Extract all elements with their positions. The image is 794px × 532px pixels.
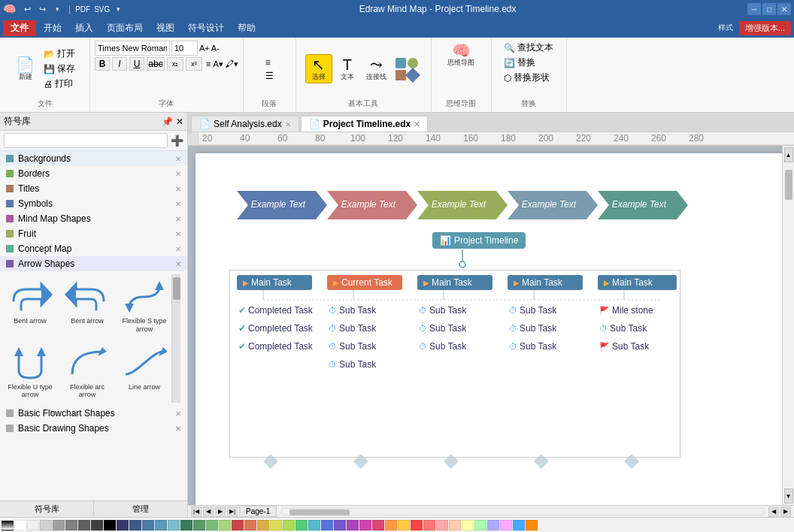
help-menu[interactable]: 帮助 [232,20,262,36]
font-name-input[interactable] [95,41,170,56]
bent-arrow-right-item[interactable]: Bent arrow [3,274,57,337]
tab-self-analysis-close[interactable]: ✕ [285,120,291,128]
undo-button[interactable]: ↩ [20,2,34,16]
nav-last-button[interactable]: ▶| [227,506,238,517]
backgrounds-close-icon[interactable]: ✕ [175,155,181,163]
nav-next-button[interactable]: ▶ [215,506,226,517]
color-peach[interactable] [449,520,461,530]
vertical-scrollbar[interactable]: ▲ ▼ [782,146,794,505]
bold-button[interactable]: B [95,57,110,71]
concept-map-close-icon[interactable]: ✕ [175,245,181,253]
layout-menu[interactable]: 页面布局 [101,20,149,36]
color-yellow2[interactable] [283,520,295,530]
u-arrow-item[interactable]: Flexible U type arrow [3,340,57,404]
align-button[interactable]: ≡ [262,56,277,68]
print-button[interactable]: 🖨打印 [41,77,78,91]
color-green2[interactable] [193,520,205,530]
strikethrough-button[interactable]: abc [147,57,165,71]
text-color-button[interactable]: A▾ [213,59,223,69]
subtask-4-1[interactable]: ⏱ Sub Task [508,304,583,317]
vscroll-thumb[interactable] [785,170,792,200]
page-1-tab[interactable]: Page-1 [239,506,277,517]
tab-project-timeline-close[interactable]: ✕ [414,120,420,128]
color-lightpink[interactable] [500,520,512,530]
symbol-design-menu[interactable]: 符号设计 [182,20,230,36]
canvas[interactable]: Example Text Example Text [188,146,782,505]
italic-button[interactable]: I [112,57,127,71]
flowchart-shapes-category[interactable]: Basic Flowchart Shapes ✕ [0,406,187,421]
current-task[interactable]: ▶ Current Task [327,275,402,290]
color-lightgray[interactable] [27,520,39,530]
color-gray2[interactable] [53,520,65,530]
chevron-3[interactable]: Example Text [417,191,508,219]
subtask-1-1[interactable]: ✔ Completed Task [237,304,314,317]
hscroll-track[interactable] [281,508,764,515]
new-button[interactable]: 📄 新建 [12,55,39,83]
subtask-3-3[interactable]: ⏱ Sub Task [417,340,492,353]
color-red4[interactable] [436,520,448,530]
color-lightblue[interactable] [487,520,499,530]
mindmap-shapes-close-icon[interactable]: ✕ [175,215,181,223]
arrow-shapes-close-icon[interactable]: ✕ [175,260,181,268]
font-size-input[interactable] [171,41,198,56]
tab-self-analysis[interactable]: 📄 Self Analysis.edx ✕ [191,116,299,131]
color-skyblue[interactable] [513,520,525,530]
color-gray3[interactable] [65,520,77,530]
underline-button[interactable]: U [129,57,144,71]
titles-close-icon[interactable]: ✕ [175,185,181,193]
tab-project-timeline[interactable]: 📄 Project Timeline.edx ✕ [301,116,429,131]
color-darkgray[interactable] [91,520,103,530]
shapes-scrollbar[interactable] [171,274,180,403]
open-button[interactable]: 📂打开 [41,47,78,61]
color-teal1[interactable] [295,520,308,530]
color-pink2[interactable] [372,520,384,530]
drawing-shapes-close-icon[interactable]: ✕ [175,425,181,433]
replace-shape-button[interactable]: ⬡替换形状 [501,71,556,85]
color-green1[interactable] [180,520,192,530]
replace-text-button[interactable]: 🔄替换 [501,56,556,70]
milestone-item[interactable]: 🚩 Mile stone [598,304,677,317]
main-task-5[interactable]: ▶ Main Task [598,275,677,290]
color-blue1[interactable] [129,520,141,530]
chevron-5[interactable]: Example Text [598,191,688,219]
color-teal2[interactable] [308,520,320,530]
flowchart-shapes-close-icon[interactable]: ✕ [175,410,181,418]
add-shapes-button[interactable]: ➕ [171,135,183,147]
mindmap-shapes-category[interactable]: Mind Map Shapes ✕ [0,211,187,226]
find-text-button[interactable]: 🔍查找文本 [501,41,556,55]
view-menu[interactable]: 视图 [150,20,180,36]
color-orange2[interactable] [257,520,269,530]
subtask-2-2[interactable]: ⏱ Sub Task [327,322,402,335]
subtask-2-3[interactable]: ⏱ Sub Task [327,340,402,353]
hscroll-right-button[interactable]: ▶ [780,506,791,517]
save-button[interactable]: 💾保存 [41,62,78,76]
chevron-4[interactable]: Example Text [508,191,598,219]
more-qa[interactable]: ▾ [111,2,125,16]
text-button[interactable]: T 文本 [334,55,361,83]
subtask-4-3[interactable]: ⏱ Sub Task [508,340,583,353]
subtask-2-1[interactable]: ⏱ Sub Task [327,304,402,317]
nav-first-button[interactable]: |◀ [191,506,202,517]
shapes-scrollbar-thumb[interactable] [173,277,180,300]
s-arrow-item[interactable]: Flexible S type arrow [117,274,171,337]
shape-buttons[interactable] [392,56,422,83]
color-purple1[interactable] [334,520,346,530]
subtask-1-2[interactable]: ✔ Completed Task [237,322,314,335]
arc-arrow-item[interactable]: Flexible arc arrow [60,340,114,404]
color-pink1[interactable] [359,520,371,530]
list-button[interactable]: ☰ [262,70,277,82]
titles-category[interactable]: Titles ✕ [0,181,187,196]
color-black[interactable] [104,520,116,530]
color-green3[interactable] [206,520,218,530]
color-blue4[interactable] [168,520,180,530]
subtask-3-1[interactable]: ⏱ Sub Task [417,304,492,317]
borders-category[interactable]: Borders ✕ [0,166,187,181]
close-lib-button[interactable]: ✕ [176,116,183,127]
subtask-4-2[interactable]: ⏱ Sub Task [508,322,583,335]
subtask-5-3[interactable]: 🚩 Sub Task [598,340,677,353]
color-blue2[interactable] [142,520,154,530]
main-task-3[interactable]: ▶ Main Task [417,275,492,290]
decrease-font-button[interactable]: A- [211,44,220,53]
main-task-1[interactable]: ▶ Main Task [237,275,312,290]
subtask-1-3[interactable]: ✔ Completed Task [237,340,314,353]
